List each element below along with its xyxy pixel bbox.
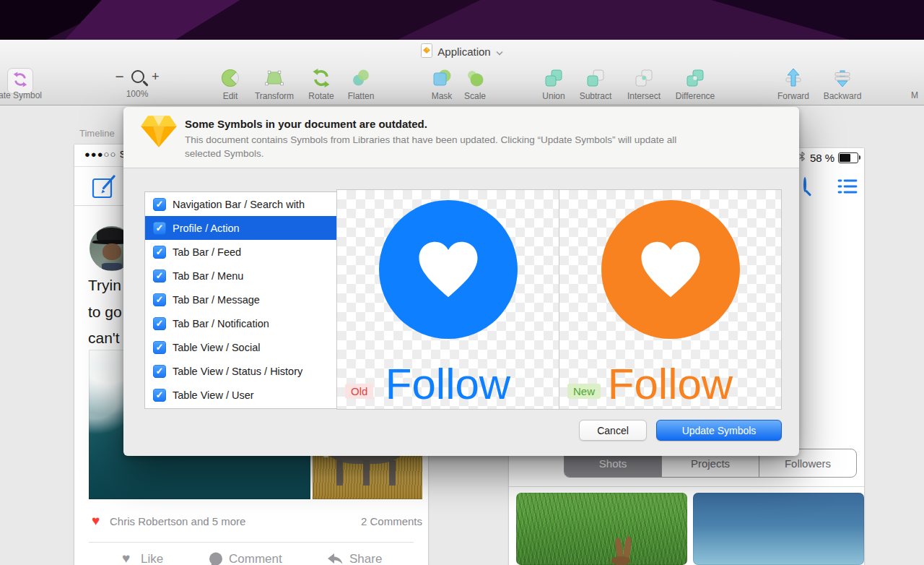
toolbar-label: Forward bbox=[777, 91, 809, 101]
symbol-label: Tab Bar / Feed bbox=[173, 246, 241, 258]
checkbox-checked-icon[interactable] bbox=[153, 246, 166, 259]
checkbox-checked-icon[interactable] bbox=[153, 317, 166, 330]
symbol-refresh-icon bbox=[12, 71, 29, 91]
toolbar-difference[interactable]: Difference bbox=[663, 67, 728, 101]
symbols-list[interactable]: Navigation Bar / Search with Profile / A… bbox=[144, 191, 338, 409]
new-badge: New bbox=[567, 384, 601, 399]
backward-icon bbox=[832, 67, 853, 89]
symbol-label: Navigation Bar / Search with bbox=[173, 199, 305, 210]
toolbar-label: Flatten bbox=[348, 91, 375, 101]
symbol-label: Table View / User bbox=[173, 389, 254, 401]
chevron-down-icon[interactable] bbox=[496, 46, 503, 58]
artboard-title-timeline[interactable]: Timeline bbox=[79, 128, 115, 139]
comment-label: Comment bbox=[229, 552, 282, 565]
edit-icon bbox=[219, 67, 241, 89]
zoom-control: − + 100% bbox=[107, 67, 167, 99]
toolbar-scale[interactable]: Scale bbox=[443, 67, 507, 101]
battery-icon bbox=[838, 152, 858, 163]
checkbox-checked-icon[interactable] bbox=[153, 389, 166, 402]
sky-photo bbox=[693, 493, 864, 565]
toolbar-label: Edit bbox=[223, 91, 238, 101]
forward-icon bbox=[783, 67, 804, 89]
checkbox-checked-icon[interactable] bbox=[153, 269, 166, 282]
new-follow-circle bbox=[601, 200, 740, 339]
symbol-label: Tab Bar / Notification bbox=[173, 318, 269, 329]
battery-percent: 58 % bbox=[810, 152, 834, 164]
symbol-row[interactable]: Tab Bar / Feed bbox=[145, 240, 337, 264]
update-symbols-dialog: Some Symbols in your document are outdat… bbox=[123, 107, 799, 456]
grass-rabbit-photo bbox=[516, 493, 687, 565]
symbol-label: Tab Bar / Menu bbox=[173, 270, 243, 282]
symbol-row[interactable]: Table View / Social bbox=[145, 335, 337, 359]
window-title: Application bbox=[437, 46, 490, 58]
symbol-label: Tab Bar / Message bbox=[173, 294, 260, 306]
intersect-icon bbox=[633, 67, 655, 89]
toolbar-backward[interactable]: Backward bbox=[810, 67, 875, 101]
symbol-row[interactable]: Navigation Bar / Search with bbox=[145, 192, 337, 216]
likes-text: Chris Robertson and 5 more bbox=[110, 515, 245, 527]
checkbox-checked-icon[interactable] bbox=[153, 293, 166, 306]
symbol-preview: Follow Old Follow New bbox=[336, 189, 782, 410]
share-label: Share bbox=[349, 552, 382, 565]
comment-icon bbox=[209, 552, 223, 565]
toolbar-label: Backward bbox=[824, 91, 862, 101]
symbol-row[interactable]: Tab Bar / Notification bbox=[145, 311, 337, 335]
like-icon: ♥ bbox=[122, 551, 130, 565]
cancel-button[interactable]: Cancel bbox=[579, 420, 647, 441]
status-bar-right: 58 % bbox=[798, 150, 858, 165]
like-label: Like bbox=[141, 552, 163, 565]
toolbar-label: Union bbox=[542, 91, 565, 101]
document-icon bbox=[421, 43, 432, 60]
flatten-icon bbox=[350, 67, 372, 89]
old-follow-circle bbox=[379, 200, 518, 339]
toolbar-label: Intersect bbox=[627, 91, 661, 101]
share-icon bbox=[327, 553, 344, 565]
checkbox-checked-icon[interactable] bbox=[153, 365, 166, 378]
magnifier-icon bbox=[131, 70, 144, 83]
titlebar: Application bbox=[0, 43, 924, 60]
sketch-app-icon bbox=[140, 115, 178, 151]
checkbox-checked-icon[interactable] bbox=[153, 341, 166, 354]
checkbox-checked-icon[interactable] bbox=[153, 198, 166, 211]
create-symbol-label: ate Symbol bbox=[0, 90, 42, 100]
heart-icon bbox=[415, 240, 481, 300]
status-bar-signal: ●●●○○ S bbox=[84, 149, 127, 160]
dialog-title: Some Symbols in your document are outdat… bbox=[185, 118, 427, 130]
zoom-out-button[interactable]: − bbox=[116, 69, 124, 84]
toolbar-flatten[interactable]: Flatten bbox=[328, 67, 393, 101]
symbol-row[interactable]: Table View / Status / History bbox=[145, 359, 337, 383]
symbol-row[interactable]: Table View / User bbox=[145, 383, 337, 407]
symbol-label: Table View / Status / History bbox=[173, 366, 302, 377]
symbol-row-selected[interactable]: Profile / Action bbox=[145, 216, 337, 240]
sketch-window-chrome: Application ate Symbol − + 100% Edit bbox=[0, 40, 924, 105]
heart-icon bbox=[637, 240, 704, 300]
symbol-row[interactable]: Tab Bar / Message bbox=[145, 288, 337, 311]
union-icon bbox=[543, 67, 565, 89]
symbol-row[interactable]: Tab Bar / Menu bbox=[145, 264, 337, 288]
old-badge: Old bbox=[345, 384, 373, 399]
toolbar-label: Transform bbox=[255, 91, 294, 101]
symbol-label: Profile / Action bbox=[173, 223, 240, 234]
zoom-level: 100% bbox=[126, 89, 149, 99]
dialog-description-line1: This document contains Symbols from Libr… bbox=[185, 134, 676, 145]
likes-heart-icon: ♥ bbox=[92, 513, 100, 529]
zoom-in-button[interactable]: + bbox=[152, 69, 160, 84]
search-icon bbox=[803, 177, 806, 192]
dialog-description-line2: selected Symbols. bbox=[185, 148, 264, 159]
toolbar-label: Scale bbox=[464, 91, 486, 101]
toolbar-truncated-label: M bbox=[911, 90, 918, 100]
transform-icon bbox=[263, 67, 285, 89]
comments-count: 2 Comments bbox=[361, 515, 422, 527]
compose-icon bbox=[92, 174, 116, 202]
desktop-wallpaper bbox=[0, 0, 924, 40]
old-symbol-panel: Follow Old bbox=[337, 190, 559, 409]
update-symbols-button[interactable]: Update Symbols bbox=[656, 420, 782, 441]
scale-icon bbox=[464, 67, 486, 89]
symbol-label: Table View / Social bbox=[173, 342, 260, 353]
new-symbol-panel: Follow New bbox=[559, 190, 781, 409]
toolbar-label: Subtract bbox=[580, 91, 612, 101]
post-text-line: Tryin bbox=[88, 277, 121, 294]
post-text-line: can't bbox=[88, 329, 120, 347]
checkbox-checked-icon[interactable] bbox=[153, 222, 166, 235]
post-text-line: to go bbox=[88, 303, 122, 321]
